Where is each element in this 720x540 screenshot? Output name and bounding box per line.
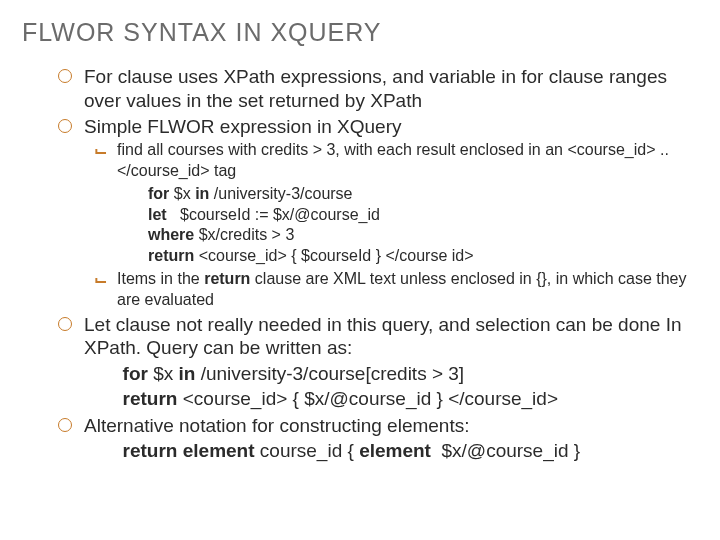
slide-title: FLWOR SYNTAX IN XQUERY (22, 18, 698, 47)
bullet-2-text: Simple FLWOR expression in XQuery (84, 115, 401, 139)
bullet-4-text: Alternative notation for constructing el… (84, 414, 469, 438)
circle-bullet-icon (58, 69, 72, 83)
circle-bullet-icon (58, 418, 72, 432)
bullet-3: Let clause not really needed in this que… (58, 313, 698, 361)
bullet-1: For clause uses XPath expressions, and v… (58, 65, 698, 113)
bullet-3-text: Let clause not really needed in this que… (84, 313, 698, 361)
circle-bullet-icon (58, 317, 72, 331)
circle-bullet-icon (58, 119, 72, 133)
code-block-1: for $x in /university-3/course let $cour… (148, 184, 698, 267)
bullet-4: Alternative notation for constructing el… (58, 414, 698, 438)
code-block-3: return element course_id { element $x/@c… (112, 439, 698, 464)
tilde-bullet-icon: ⌙ (94, 270, 107, 290)
subbullet-1-text: find all courses with credits > 3, with … (117, 140, 698, 182)
subbullet-1: ⌙ find all courses with credits > 3, wit… (94, 140, 698, 182)
bullet-1-text: For clause uses XPath expressions, and v… (84, 65, 698, 113)
code-block-2: for $x in /university-3/course[credits >… (112, 362, 698, 411)
bullet-2: Simple FLWOR expression in XQuery (58, 115, 698, 139)
tilde-bullet-icon: ⌙ (94, 141, 107, 161)
subbullet-2-text: Items in the return clause are XML text … (117, 269, 698, 311)
subbullet-2: ⌙ Items in the return clause are XML tex… (94, 269, 698, 311)
